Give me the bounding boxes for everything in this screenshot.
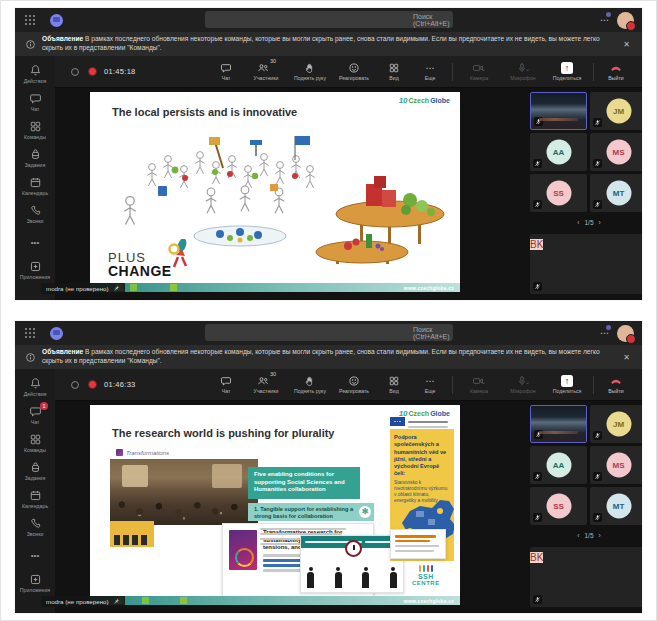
- sidebar-item-more[interactable]: •••: [15, 541, 55, 569]
- page-indicator: 1/5: [584, 532, 593, 539]
- sidebar-item-more[interactable]: •••: [15, 228, 55, 256]
- czechglobe-logo: 10 CzechGlobe: [399, 96, 450, 105]
- participant-tile[interactable]: MS: [590, 446, 642, 484]
- avatar: MT: [606, 181, 631, 206]
- slide-url: www.czechglobe.cz: [404, 598, 454, 604]
- info-icon: [25, 39, 36, 50]
- participant-tile[interactable]: SS: [530, 174, 587, 212]
- chevron-right-icon[interactable]: ›: [599, 532, 601, 539]
- participants-panel: JM AA MS SS MT ‹ 1/5 › BK: [530, 92, 642, 298]
- sidebar-item-assignments[interactable]: Задания: [15, 144, 55, 172]
- presenter-name-chip: modra (не проверено): [41, 596, 125, 607]
- participant-tile[interactable]: MT: [590, 174, 642, 212]
- sidebar-item-apps[interactable]: Приложения: [15, 256, 55, 284]
- participant-tile[interactable]: JM: [590, 92, 642, 130]
- spotlight-tile[interactable]: BK: [530, 547, 642, 607]
- lobby-ring-icon[interactable]: [69, 66, 81, 78]
- meeting-stage: 10 CzechGlobe The local persists and is …: [55, 88, 642, 300]
- meeting-timer: 01:45:18: [104, 67, 136, 76]
- conference-photo: [110, 459, 258, 525]
- leave-button[interactable]: Выйти: [598, 57, 634, 87]
- meeting-timer: 01:46:33: [104, 380, 136, 389]
- participant-tile[interactable]: MT: [590, 487, 642, 525]
- mic-off-icon: [593, 431, 602, 440]
- chat-notification-badge: 1: [40, 402, 48, 410]
- sidebar-item-activity[interactable]: Действия: [15, 373, 55, 401]
- sidebar-item-apps[interactable]: Приложения: [15, 569, 55, 597]
- sidebar-item-teams[interactable]: Команды: [15, 116, 55, 144]
- search-icon: [205, 321, 410, 408]
- crowd-illustration: [90, 134, 460, 264]
- spotlight-tile[interactable]: BK: [530, 234, 642, 294]
- phone-icon: [29, 517, 42, 530]
- sidebar-item-teams[interactable]: Команды: [15, 429, 55, 457]
- video-tile-active-speaker[interactable]: [530, 92, 587, 130]
- leave-button[interactable]: Выйти: [598, 370, 634, 400]
- shared-slide: 10 CzechGlobe The research world is push…: [90, 405, 460, 605]
- video-tile-active-speaker[interactable]: [530, 405, 587, 443]
- search-input[interactable]: Поиск (Ctrl+Alt+E): [205, 11, 453, 28]
- chevron-left-icon[interactable]: ‹: [577, 219, 579, 226]
- sidebar-item-chat[interactable]: Чат1: [15, 401, 55, 429]
- sidebar-item-activity[interactable]: Действия: [15, 60, 55, 88]
- sidebar-item-calls[interactable]: Звонки: [15, 513, 55, 541]
- avatar: JM: [606, 412, 631, 437]
- sidebar-item-chat[interactable]: Чат: [15, 88, 55, 116]
- participant-tile[interactable]: AA: [530, 446, 587, 484]
- sidebar-item-calendar[interactable]: Календарь: [15, 485, 55, 513]
- title-bar: Поиск (Ctrl+Alt+E) ⋯: [15, 8, 642, 32]
- ellipsis-icon: •••: [31, 551, 39, 560]
- mic-button[interactable]: ⌄Микрофон: [501, 57, 545, 87]
- participant-tile[interactable]: MS: [590, 133, 642, 171]
- enabling-conditions-box: Five enabling conditions for supporting …: [248, 467, 360, 499]
- more-button[interactable]: ⋯Еще: [412, 57, 448, 87]
- sidebar-item-assignments[interactable]: Задания: [15, 457, 55, 485]
- app-launcher-icon[interactable]: [25, 15, 36, 26]
- camera-button[interactable]: ⌄Камера: [457, 370, 501, 400]
- mic-button[interactable]: ⌄Микрофон: [501, 370, 545, 400]
- tile-pagination: ‹ 1/5 ›: [530, 528, 642, 542]
- avatar: MS: [606, 453, 631, 478]
- share-button[interactable]: ↑Поделиться: [545, 370, 589, 400]
- mic-off-icon: [533, 282, 542, 291]
- slide-url: www.czechglobe.cz: [404, 285, 454, 291]
- participant-tile[interactable]: SS: [530, 487, 587, 525]
- search-input[interactable]: Поиск (Ctrl+Alt+E): [205, 324, 453, 341]
- teams-window-1: Поиск (Ctrl+Alt+E) ⋯ Объявление В рамках…: [15, 8, 642, 300]
- transformations-logo: Transformations: [116, 449, 169, 456]
- sidebar-item-calendar[interactable]: Календарь: [15, 172, 55, 200]
- chevron-right-icon[interactable]: ›: [599, 219, 601, 226]
- participant-tile[interactable]: AA: [530, 133, 587, 171]
- avatar: AA: [546, 140, 571, 165]
- app-launcher-icon[interactable]: [25, 328, 36, 339]
- teams-logo: [50, 327, 63, 340]
- titlebar-more-icon[interactable]: ⋯: [600, 328, 609, 338]
- shared-slide: 10 CzechGlobe The local persists and is …: [90, 92, 460, 292]
- cropped-infographic: [110, 521, 154, 547]
- participant-tile[interactable]: JM: [590, 405, 642, 443]
- avatar: BK: [530, 239, 543, 250]
- lobby-ring-icon[interactable]: [69, 379, 81, 391]
- share-button[interactable]: ↑Поделиться: [545, 57, 589, 87]
- banner-title: Объявление: [42, 348, 83, 355]
- close-icon[interactable]: ✕: [621, 40, 632, 49]
- close-icon[interactable]: ✕: [621, 353, 632, 362]
- titlebar-more-icon[interactable]: ⋯: [600, 15, 609, 25]
- sidebar-item-calls[interactable]: Звонки: [15, 200, 55, 228]
- mic-off-icon: [593, 200, 602, 209]
- apps-icon: [29, 260, 42, 273]
- camera-button[interactable]: ⌄Камера: [457, 57, 501, 87]
- more-button[interactable]: ⋯Еще: [412, 370, 448, 400]
- mic-off-icon: [533, 595, 542, 604]
- slide-title: The local persists and is innovative: [112, 106, 297, 118]
- meeting-stage: 10 CzechGlobe The research world is push…: [55, 401, 642, 613]
- user-avatar[interactable]: [617, 325, 634, 342]
- chevron-left-icon[interactable]: ‹: [577, 532, 579, 539]
- user-avatar[interactable]: [617, 12, 634, 29]
- mic-off-icon: [593, 513, 602, 522]
- share-icon: ↑: [561, 375, 573, 387]
- ellipsis-icon: ⋯: [426, 62, 435, 74]
- mic-off-icon: [533, 159, 542, 168]
- clock-icon: [345, 540, 362, 557]
- avatar: BK: [530, 552, 543, 563]
